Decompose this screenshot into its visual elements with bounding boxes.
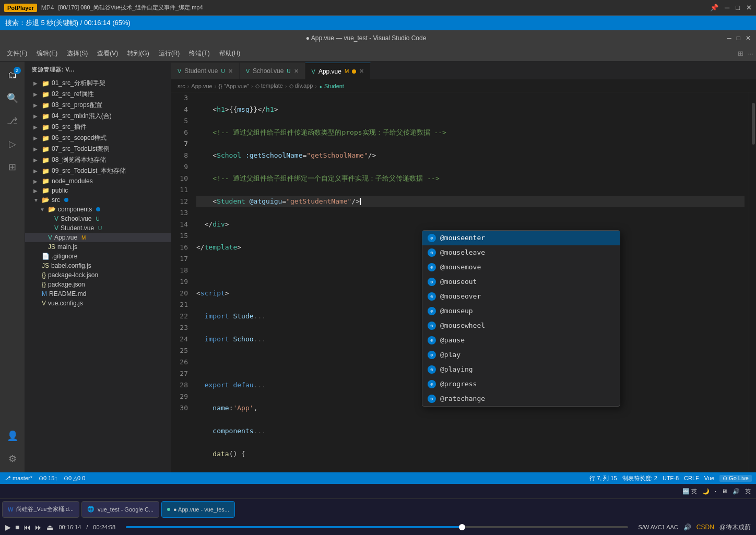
menu-file[interactable]: 文件(F) — [3, 47, 31, 60]
tree-item-gitignore[interactable]: ▶ 📄 .gitignore — [25, 252, 171, 261]
tree-item-main-js[interactable]: ▶ JS main.js — [25, 242, 171, 252]
more-actions-icon[interactable]: ··· — [748, 50, 753, 57]
split-editor-icon[interactable]: ⊞ — [738, 50, 743, 57]
status-encoding[interactable]: UTF-8 — [663, 475, 679, 481]
vscode-maximize[interactable]: □ — [737, 34, 740, 42]
ac-item-mouseout[interactable]: ⊙ @mouseout — [422, 275, 620, 289]
tree-item-pkg[interactable]: ▶ {} package.json — [25, 280, 171, 289]
tree-item-04[interactable]: ▶ 📁 04_src_mixin混入(合) — [25, 111, 171, 122]
scrollbar-thumb[interactable] — [752, 103, 755, 145]
ac-item-mousemove[interactable]: ⊙ @mousemove — [422, 260, 620, 275]
tree-item-05[interactable]: ▶ 📁 05_src_插件 — [25, 122, 171, 133]
tray-volume[interactable]: 🔊 — [733, 488, 740, 495]
ac-item-pause[interactable]: ⊙ @pause — [422, 333, 620, 348]
autocomplete-dropdown[interactable]: ⊙ @mouseenter ⊙ @mouseleave ⊙ @mousemove… — [422, 230, 620, 407]
potplayer-minimize[interactable]: ─ — [725, 4, 729, 11]
media-volume-icon[interactable]: 🔊 — [683, 524, 691, 531]
activity-settings[interactable]: ⚙ — [3, 449, 22, 468]
ac-item-mouseover[interactable]: ⊙ @mouseover — [422, 289, 620, 304]
activity-search[interactable]: 🔍 — [3, 89, 22, 108]
breadcrumb-template[interactable]: ◇ template — [255, 82, 283, 89]
menu-goto[interactable]: 转到(G) — [123, 47, 153, 60]
media-progress-bar[interactable] — [126, 526, 628, 528]
taskbar-vscode[interactable]: ● App.vue - vue_tes... — [161, 501, 235, 518]
tree-item-07[interactable]: ▶ 📁 07_src_TodoList案例 — [25, 144, 171, 154]
ac-item-mouseup[interactable]: ⊙ @mouseup — [422, 304, 620, 318]
breadcrumb-app-vue[interactable]: App.vue — [191, 83, 212, 89]
media-progress-thumb[interactable] — [459, 524, 465, 530]
activity-scm[interactable]: ⎇ — [3, 112, 22, 130]
ac-item-mousewheel[interactable]: ⊙ @mousewheel — [422, 318, 620, 333]
media-stop-btn[interactable]: ■ — [15, 523, 19, 531]
tab-close-icon[interactable]: ✕ — [359, 68, 364, 75]
status-go-live[interactable]: ⊙ Go Live — [719, 475, 752, 482]
status-line-col[interactable]: 行 7, 列 15 — [589, 474, 617, 482]
tree-item-school-vue[interactable]: ▶ V School.vue U — [25, 214, 171, 223]
potplayer-pin[interactable]: 📌 — [710, 4, 718, 11]
tray-display[interactable]: 🖥 — [722, 488, 727, 494]
tray-night-mode[interactable]: 🌙 — [702, 488, 710, 495]
menu-selection[interactable]: 选择(S) — [63, 47, 92, 60]
tree-item-pkg-lock[interactable]: ▶ {} package-lock.json — [25, 270, 171, 280]
menu-view[interactable]: 查看(V) — [93, 47, 122, 60]
media-next-btn[interactable]: ⏭ — [35, 523, 42, 531]
tree-item-components[interactable]: ▼ 📂 components — [25, 205, 171, 214]
media-eject-btn[interactable]: ⏏ — [46, 523, 53, 531]
vscode-close[interactable]: ✕ — [746, 34, 751, 42]
breadcrumb-src[interactable]: src — [178, 83, 185, 89]
tray-lang[interactable]: 英 — [745, 488, 751, 495]
taskbar-word[interactable]: W 尚硅谷_Vue全家桶.d... — [2, 501, 79, 518]
activity-account[interactable]: 👤 — [3, 426, 22, 445]
ac-item-playing[interactable]: ⊙ @playing — [422, 362, 620, 377]
ac-item-play[interactable]: ⊙ @play — [422, 348, 620, 362]
tree-item-student-vue[interactable]: ▶ V Student.vue U — [25, 223, 171, 233]
potplayer-close[interactable]: ✕ — [746, 4, 752, 11]
tab-student-vue[interactable]: V Student.vue U ✕ — [171, 63, 240, 79]
tree-item-01[interactable]: ▶ 📁 01_src_分析脚手架 — [25, 78, 171, 89]
potplayer-maximize[interactable]: □ — [736, 4, 740, 11]
tree-item-02[interactable]: ▶ 📁 02_src_ref属性 — [25, 89, 171, 100]
tree-item-app-vue[interactable]: ▶ V App.vue M — [25, 233, 171, 242]
breadcrumb-div-app[interactable]: ◇ div.app — [289, 82, 313, 89]
media-prev-btn[interactable]: ⏮ — [23, 523, 31, 531]
taskbar-chrome[interactable]: 🌐 vue_test - Google C... — [81, 501, 159, 518]
tray-input-method[interactable]: 🔤 英 — [682, 488, 697, 495]
tree-item-08[interactable]: ▶ 📁 08_浏览器本地存储 — [25, 154, 171, 165]
tree-item-readme[interactable]: ▶ M README.md — [25, 289, 171, 299]
tab-app-vue[interactable]: V App.vue M ✕ — [305, 63, 371, 79]
ac-item-mouseleave[interactable]: ⊙ @mouseleave — [422, 245, 620, 260]
ac-item-ratechange[interactable]: ⊙ @ratechange — [422, 391, 620, 406]
status-sync[interactable]: ⊙0 15↑ — [39, 475, 57, 482]
tab-close-icon[interactable]: ✕ — [228, 68, 233, 75]
status-tab-size[interactable]: 制表符长度: 2 — [622, 474, 657, 482]
activity-extensions[interactable]: ⊞ — [3, 158, 22, 176]
status-language[interactable]: Vue — [704, 475, 714, 481]
status-branch[interactable]: ⎇ master* — [4, 475, 32, 482]
breadcrumb-student[interactable]: ⬥ Student — [319, 83, 344, 89]
menu-edit[interactable]: 编辑(E) — [32, 47, 62, 60]
menu-terminal[interactable]: 终端(T) — [185, 47, 214, 60]
potplayer-logo[interactable]: PotPlayer — [4, 4, 37, 12]
tree-item-09[interactable]: ▶ 📁 09_src_TodoList_本地存储 — [25, 165, 171, 176]
activity-run[interactable]: ▷ — [3, 135, 22, 153]
editor-scrollbar[interactable] — [749, 92, 756, 472]
tree-item-vue-config[interactable]: ▶ V vue.config.js — [25, 299, 171, 308]
tree-item-babel[interactable]: ▶ JS babel.config.js — [25, 261, 171, 270]
tree-item-public[interactable]: ▶ 📁 public — [25, 186, 171, 195]
media-play-btn[interactable]: ▶ — [5, 523, 11, 531]
vscode-minimize[interactable]: ─ — [727, 34, 731, 42]
status-errors[interactable]: ⊙0 △0 0 — [64, 475, 85, 482]
ac-item-mouseenter[interactable]: ⊙ @mouseenter — [422, 231, 620, 245]
tree-item-03[interactable]: ▶ 📁 03_src_props配置 — [25, 100, 171, 111]
tab-school-vue[interactable]: V School.vue U ✕ — [240, 63, 305, 79]
ac-item-progress[interactable]: ⊙ @progress — [422, 377, 620, 391]
menu-run[interactable]: 运行(R) — [155, 47, 184, 60]
tree-item-node-modules[interactable]: ▶ 📁 node_modules — [25, 176, 171, 186]
activity-explorer[interactable]: 🗂 2 — [3, 66, 22, 85]
tree-item-src[interactable]: ▼ 📂 src — [25, 195, 171, 205]
menu-help[interactable]: 帮助(H) — [215, 47, 245, 60]
tab-close-icon[interactable]: ✕ — [294, 68, 299, 75]
status-eol[interactable]: CRLF — [684, 475, 699, 481]
tree-item-06[interactable]: ▶ 📁 06_src_scoped样式 — [25, 133, 171, 144]
breadcrumb-app-vue-file[interactable]: {} "App.vue" — [218, 83, 249, 89]
